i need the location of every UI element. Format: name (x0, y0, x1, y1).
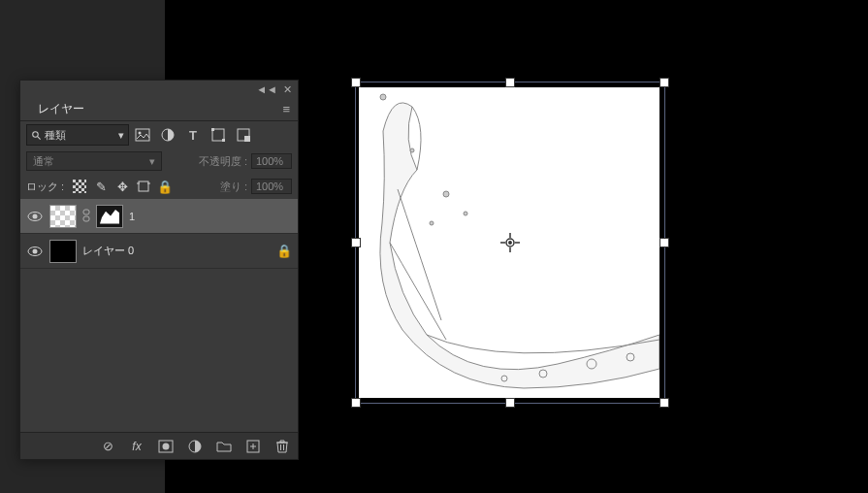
lock-all-icon[interactable]: 🔒 (157, 179, 173, 194)
svg-point-32 (33, 214, 38, 218)
visibility-toggle-icon[interactable] (26, 243, 44, 260)
mask-link-icon[interactable] (82, 209, 90, 224)
filter-smartobj-icon[interactable] (236, 127, 251, 143)
svg-point-4 (380, 94, 386, 100)
svg-point-38 (163, 443, 170, 449)
svg-rect-28 (139, 181, 148, 191)
svg-point-2 (430, 221, 434, 225)
filter-shape-icon[interactable] (210, 127, 226, 143)
artboard[interactable] (359, 87, 659, 398)
visibility-toggle-icon[interactable] (26, 208, 44, 225)
filter-type-icons: T (135, 127, 251, 143)
svg-point-1 (464, 212, 467, 215)
layer-fx-icon[interactable]: fx (129, 439, 145, 454)
svg-rect-22 (222, 139, 225, 142)
filter-type-icon[interactable]: T (185, 127, 201, 143)
tab-layers[interactable]: レイヤー (28, 98, 94, 120)
transform-handle-bot-left[interactable] (351, 398, 361, 408)
lock-row: ロック : ✎ ✥ 🔒 塗り : 100% (20, 174, 298, 199)
transform-handle-top-left[interactable] (351, 78, 361, 87)
svg-rect-34 (83, 216, 89, 221)
lock-artboard-icon[interactable] (136, 179, 151, 194)
layers-panel: ◄◄ ✕ レイヤー ≡ 種類 ▾ T 通常 ▾ 不透明度 : 100% (19, 80, 299, 460)
svg-point-0 (443, 191, 449, 197)
svg-point-3 (410, 148, 414, 152)
search-icon (31, 130, 42, 141)
transform-handle-bot-mid[interactable] (505, 398, 515, 408)
layer-row[interactable]: レイヤー 0 🔒 (20, 234, 298, 269)
layer-name[interactable]: 1 (129, 211, 292, 222)
panel-menu-icon[interactable]: ≡ (282, 102, 290, 116)
layer-list: 1 レイヤー 0 🔒 (20, 199, 298, 432)
new-layer-icon[interactable] (245, 439, 261, 454)
panel-topbar: ◄◄ ✕ (20, 81, 298, 98)
panel-close-icon[interactable]: ✕ (283, 83, 292, 96)
layer-filter-select[interactable]: 種類 ▾ (26, 124, 129, 146)
lock-transparency-icon[interactable] (72, 179, 87, 194)
panel-collapse-icon[interactable]: ◄◄ (256, 83, 277, 95)
blend-mode-value: 通常 (33, 154, 54, 169)
transform-handle-mid-left[interactable] (351, 238, 361, 247)
transform-handle-top-right[interactable] (659, 78, 669, 87)
opacity-input[interactable]: 100% (251, 153, 292, 169)
layer-mask-thumbnail[interactable] (96, 205, 123, 228)
svg-point-15 (33, 131, 39, 137)
svg-rect-21 (211, 128, 214, 131)
svg-rect-24 (244, 136, 250, 142)
adjustment-layer-icon[interactable] (187, 439, 203, 454)
lock-label: ロック : (26, 180, 64, 194)
transform-handle-bot-right[interactable] (659, 398, 669, 408)
fill-label: 塗り : (220, 180, 247, 194)
blend-mode-select[interactable]: 通常 ▾ (26, 151, 162, 171)
svg-point-36 (33, 248, 38, 253)
transform-handle-top-mid[interactable] (505, 78, 515, 87)
panel-tabs: レイヤー ≡ (20, 98, 298, 121)
add-mask-icon[interactable] (158, 439, 174, 454)
lock-position-icon[interactable]: ✥ (114, 179, 130, 194)
link-layers-icon[interactable]: ⊘ (100, 439, 115, 454)
lock-paint-icon[interactable]: ✎ (93, 179, 109, 194)
layer-thumbnail[interactable] (49, 240, 77, 263)
filter-image-icon[interactable] (135, 127, 150, 143)
layer-row[interactable]: 1 (20, 199, 298, 234)
svg-line-16 (38, 136, 41, 139)
layer-thumbnail[interactable] (49, 205, 77, 228)
transform-handle-mid-right[interactable] (659, 238, 669, 247)
new-group-icon[interactable] (216, 439, 232, 454)
panel-footer: ⊘ fx (20, 432, 298, 459)
chevron-down-icon: ▾ (118, 129, 124, 142)
layer-name[interactable]: レイヤー 0 (82, 244, 271, 258)
layer-filter-label: 種類 (45, 128, 66, 143)
svg-rect-25 (73, 180, 86, 193)
water-splash-image (359, 87, 659, 398)
chevron-down-icon: ▾ (149, 155, 155, 168)
delete-layer-icon[interactable] (274, 439, 290, 454)
filter-adjustment-icon[interactable] (160, 127, 176, 143)
lock-icon: 🔒 (276, 244, 292, 259)
svg-rect-33 (83, 210, 89, 214)
layer-filter-row: 種類 ▾ T (20, 121, 298, 148)
opacity-label: 不透明度 : (199, 154, 247, 169)
fill-input[interactable]: 100% (251, 179, 292, 194)
blend-mode-row: 通常 ▾ 不透明度 : 100% (20, 148, 298, 174)
svg-point-18 (139, 132, 142, 135)
